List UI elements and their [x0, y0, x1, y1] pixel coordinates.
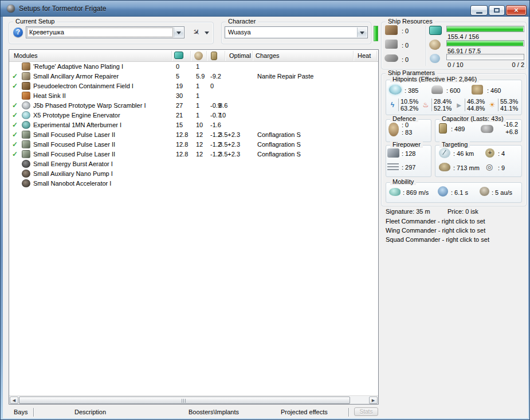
cpu-icon [429, 26, 442, 35]
minimize-button[interactable] [470, 5, 488, 15]
modules-panel: Modules Optimal Charges Heat 'Refuge' Ad… [9, 49, 379, 405]
optimal-column-header[interactable]: Optimal [229, 52, 251, 59]
capacitor-column-icon[interactable] [211, 52, 217, 60]
resist-values: 46.3%44.8% [467, 98, 485, 112]
resist-values: 10.5%63.2% [401, 98, 418, 112]
powergrid-bar-fill [447, 41, 523, 46]
module-row[interactable]: 'Refuge' Adaptive Nano Plating I01 [9, 62, 378, 72]
module-name: Small Ancillary Armor Repairer [33, 72, 119, 81]
module-row[interactable]: Small Energy Burst Aerator I [9, 159, 378, 169]
tab-boosters-implants[interactable]: Boosters\Implants [189, 409, 239, 415]
setup-combobox[interactable]: Креветушка [26, 26, 184, 38]
fitted-check-icon: ✓ [12, 121, 18, 129]
module-name: Small Nanobot Accelerator I [33, 179, 111, 188]
tab-projected-effects[interactable]: Projected effects [281, 409, 328, 415]
setup-combobox-dropdown[interactable] [174, 28, 183, 37]
module-name: Heat Sink II [33, 92, 66, 100]
current-setup-label: Current Setup [13, 18, 57, 25]
module-name: Small Energy Burst Aerator I [33, 160, 113, 168]
character-combobox-dropdown[interactable] [357, 28, 367, 37]
warp-speed-value: : 5 au/s [492, 189, 512, 196]
module-row[interactable]: ✓Small Ancillary Armor Repairer55.9-9.2N… [9, 72, 378, 81]
powergrid-icon [429, 40, 441, 50]
drone-icon [430, 54, 440, 63]
targeting-range-value: : 46 km [453, 150, 474, 157]
squad-commander-text[interactable]: Squad Commander - right click to set [386, 236, 489, 243]
module-cpu-value: 19 [176, 82, 183, 91]
armor-hp-value: : 600 [446, 87, 460, 94]
stats-button[interactable]: Stats [354, 407, 378, 416]
resist-explosive: 55.3%41.1% [488, 98, 518, 112]
capacitor-drain-value: -16.2 [490, 121, 518, 128]
cpu-column-icon[interactable] [174, 52, 183, 59]
scan-resolution-value: : 713 mm [453, 164, 480, 171]
tab-description[interactable]: Description [74, 409, 106, 415]
laser-module-icon [22, 140, 30, 148]
laser-module-icon [22, 131, 30, 139]
launcher-hardpoints-value: : 0 [402, 42, 409, 49]
agility-icon [438, 186, 448, 197]
maximize-button[interactable] [489, 5, 505, 15]
ship-browser-button[interactable] [190, 28, 203, 38]
module-row[interactable]: Heat Sink II301 [9, 91, 378, 101]
scan-resolution-icon [439, 163, 450, 171]
signature-value: Signature: 35 m [386, 208, 430, 215]
em-resist-icon [388, 101, 397, 109]
resist-top-value: 28.4% [434, 98, 452, 105]
defence-bottom-value: : 83 [402, 129, 412, 136]
heat-column-header[interactable]: Heat [358, 52, 371, 59]
help-button[interactable] [13, 28, 23, 37]
heatsink-module-icon [22, 92, 30, 100]
module-row[interactable]: ✓Small Focused Pulse Laser II12.812-1.23… [9, 130, 378, 140]
powergrid-bar [446, 40, 524, 46]
module-row[interactable]: Small Auxiliary Nano Pump I [9, 169, 378, 179]
module-row[interactable]: ✓Experimental 1MN Afterburner I1510-1.6 [9, 120, 378, 130]
modules-list: 'Refuge' Adaptive Nano Plating I01✓Small… [9, 62, 378, 395]
max-targets-icon [485, 148, 494, 158]
module-powergrid-value: 5.9 [196, 72, 205, 81]
fitted-check-icon: ✓ [12, 131, 18, 139]
module-row[interactable]: ✓J5b Phased Prototype Warp Scrambler I27… [9, 101, 378, 111]
rig-slots-value: : 0 [402, 56, 409, 63]
modules-column-header[interactable]: Modules [14, 52, 38, 59]
price-value: Price: 0 isk [447, 208, 478, 215]
wing-commander-text[interactable]: Wing Commander - right click to set [386, 227, 485, 234]
modules-header[interactable]: Modules Optimal Charges Heat [9, 50, 378, 62]
scroll-left-icon[interactable] [10, 397, 18, 404]
fleet-commander-text[interactable]: Fleet Commander - right click to set [386, 218, 485, 225]
character-combobox[interactable]: Wuasya [225, 26, 368, 38]
resist-bottom-value: 52.1% [434, 105, 452, 112]
ship-browser-dropdown[interactable] [205, 28, 210, 38]
charges-column-header[interactable]: Charges [256, 52, 280, 59]
module-name: Small Focused Pulse Laser II [33, 150, 115, 159]
module-row[interactable]: Small Nanobot Accelerator I [9, 179, 378, 189]
resists-row: 10.5%63.2%28.4%52.1%46.3%44.8%55.3%41.1% [388, 98, 521, 113]
plating-module-icon [22, 62, 30, 70]
scrollbar-thumb[interactable] [19, 397, 350, 404]
module-charge-value: Conflagration S [257, 140, 301, 149]
titlebar[interactable]: Setups for Tormentor Frigate [1, 1, 530, 17]
module-row[interactable]: ✓Small Focused Pulse Laser II12.812-1.23… [9, 140, 378, 150]
setup-combobox-value: Креветушка [28, 28, 172, 37]
module-powergrid-value: 1 [196, 92, 199, 100]
module-row[interactable]: ✓X5 Prototype Engine Enervator211-0.710 [9, 111, 378, 120]
kinetic-resist-icon [454, 101, 464, 109]
fitted-check-icon: ✓ [12, 101, 18, 110]
volley-icon [387, 163, 399, 170]
module-row[interactable]: ✓Small Focused Pulse Laser II12.812-1.23… [9, 150, 378, 159]
fitted-check-icon: ✓ [12, 111, 18, 120]
resist-bottom-value: 63.2% [401, 105, 418, 112]
capacitor-recharge-value: +6.8 [490, 128, 518, 135]
defence-top-value: : 0 [402, 121, 409, 128]
module-row[interactable]: ✓Pseudoelectron Containment Field I1910 [9, 81, 378, 91]
scroll-right-icon[interactable] [369, 397, 378, 404]
close-button[interactable] [506, 5, 527, 15]
volley-value: : 297 [402, 164, 415, 171]
module-powergrid-value: 12 [196, 140, 203, 149]
tab-bays[interactable]: Bays [14, 409, 28, 415]
module-cpu-value: 12.8 [176, 131, 188, 139]
resist-top-value: 10.5% [401, 98, 418, 105]
horizontal-scrollbar[interactable] [9, 395, 378, 404]
powergrid-column-icon[interactable] [194, 52, 203, 60]
explosive-resist-icon [488, 101, 497, 109]
